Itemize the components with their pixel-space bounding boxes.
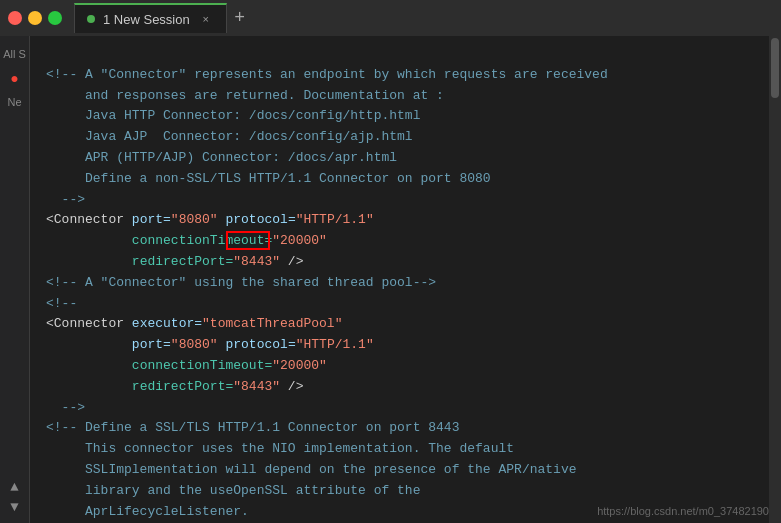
active-tab[interactable]: 1 New Session × [74,3,227,33]
window-controls [8,11,62,25]
sidebar-item-new[interactable]: ● [3,68,27,88]
close-button[interactable] [8,11,22,25]
code-tag-connector2: <Connector executor="tomcatThreadPool" p… [46,316,374,393]
code-comment-ssl: <!-- Define a SSL/TLS HTTP/1.1 Connector… [46,420,616,523]
sidebar-item-ne-label[interactable]: Ne [3,92,27,112]
new-tab-button[interactable]: + [227,5,253,31]
sidebar-arrow-down[interactable]: ▼ [10,499,18,515]
code-area: <!-- A "Connector" represents an endpoin… [30,36,781,523]
minimize-button[interactable] [28,11,42,25]
scrollbar-track[interactable] [769,36,781,523]
sidebar-arrow-up[interactable]: ▲ [10,479,18,495]
scrollbar-thumb[interactable] [771,38,779,98]
sidebar-item-all-sessions[interactable]: All S [3,44,27,64]
code-comment-shared: <!-- A "Connector" using the shared thre… [46,275,436,311]
code-content: <!-- A "Connector" represents an endpoin… [46,44,765,523]
tab-label: 1 New Session [103,12,190,27]
code-comment-end1: --> [46,400,85,415]
main-layout: All S ● Ne ▲ ▼ <!-- A "Connector" repres… [0,36,781,523]
code-line-1: <!-- A "Connector" represents an endpoin… [46,67,608,207]
tab-close-button[interactable]: × [198,11,214,27]
title-bar: 1 New Session × + [0,0,781,36]
sidebar-label-all: All S [3,48,26,60]
code-tag-connector1: <Connector port="8080" protocol="HTTP/1.… [46,212,374,269]
sidebar-label-ne: Ne [7,96,21,108]
tab-dot-icon [87,15,95,23]
sidebar-dot-icon: ● [10,70,18,86]
maximize-button[interactable] [48,11,62,25]
sidebar: All S ● Ne ▲ ▼ [0,36,30,523]
watermark: https://blog.csdn.net/m0_37482190 [597,505,769,517]
